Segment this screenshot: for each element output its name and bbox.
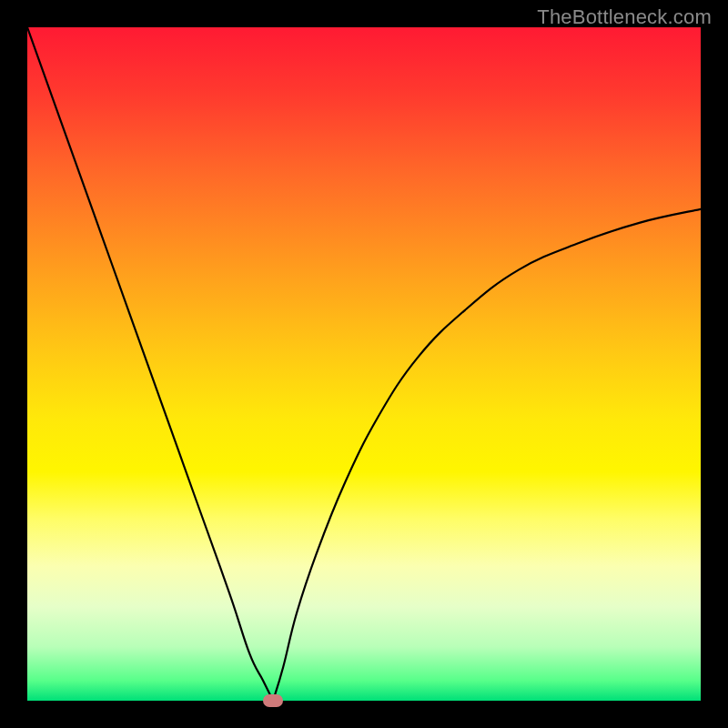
bottleneck-curve: [27, 27, 701, 701]
plot-area: [27, 27, 701, 701]
optimum-marker: [263, 694, 283, 707]
watermark-text: TheBottleneck.com: [537, 5, 712, 29]
